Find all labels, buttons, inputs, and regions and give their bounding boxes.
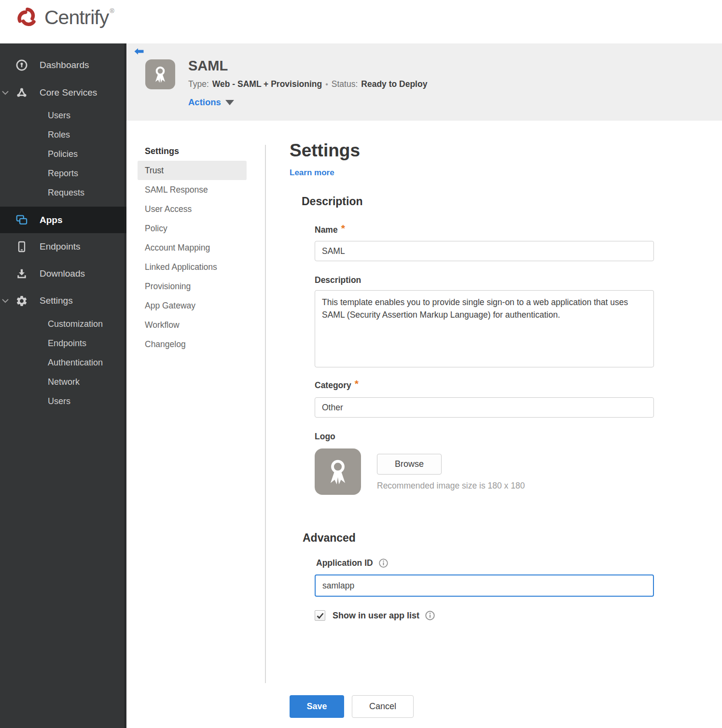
description-field[interactable]: This template enables you to provide sin… — [315, 290, 654, 367]
sidebar-item-settings-users[interactable]: Users — [0, 392, 126, 411]
sidebar-item-reports[interactable]: Reports — [0, 164, 126, 183]
vertical-divider — [265, 145, 266, 683]
sidebar: Dashboards Core Services Users Roles Pol… — [0, 43, 126, 728]
description-label: Description — [315, 275, 361, 285]
subnav-item-user-access[interactable]: User Access — [138, 199, 247, 219]
sidebar-item-label: Roles — [48, 130, 70, 140]
subnav-item-linked-applications[interactable]: Linked Applications — [138, 257, 247, 277]
status-badge: Ready to Deploy — [361, 79, 427, 89]
chevron-down-icon — [2, 91, 10, 95]
sidebar-item-label: Core Services — [40, 87, 97, 98]
sidebar-item-label: Dashboards — [40, 60, 89, 70]
sidebar-item-label: Reports — [48, 168, 78, 179]
subnav-item-saml-response[interactable]: SAML Response — [138, 180, 247, 199]
actions-label: Actions — [188, 97, 221, 108]
name-label: Name * — [315, 224, 345, 236]
download-icon — [15, 267, 28, 280]
sidebar-item-label: Endpoints — [40, 241, 81, 252]
sidebar-item-settings[interactable]: Settings — [0, 291, 126, 310]
info-icon[interactable] — [379, 559, 388, 568]
ribbon-icon — [322, 455, 354, 489]
gear-icon — [15, 294, 28, 307]
brand-name: Centrify — [44, 6, 109, 29]
subnav-item-workflow[interactable]: Workflow — [138, 315, 247, 335]
sidebar-item-downloads[interactable]: Downloads — [0, 264, 126, 283]
description-section-heading: Description — [302, 195, 363, 208]
subnav-item-trust[interactable]: Trust — [138, 161, 247, 180]
logo-label: Logo — [315, 432, 335, 442]
sidebar-item-label: Downloads — [40, 268, 85, 279]
sidebar-item-label: Users — [48, 111, 70, 121]
sidebar-item-label: Settings — [40, 295, 73, 306]
browse-button[interactable]: Browse — [377, 454, 442, 475]
chevron-down-icon — [2, 299, 10, 303]
sidebar-item-requests[interactable]: Requests — [0, 183, 126, 202]
sidebar-item-label: Policies — [48, 149, 78, 159]
subnav-item-policy[interactable]: Policy — [138, 219, 247, 238]
subnav-heading: Settings — [138, 141, 247, 161]
sidebar-item-endpoints[interactable]: Endpoints — [0, 237, 126, 256]
subnav-item-account-mapping[interactable]: Account Mapping — [138, 238, 247, 257]
sidebar-item-label: Customization — [48, 319, 103, 329]
app-header: SAML Type: Web - SAML + Provisioning • S… — [126, 43, 722, 121]
sidebar-item-network[interactable]: Network — [0, 372, 126, 392]
status-label: Status: — [332, 79, 358, 89]
subnav-item-changelog[interactable]: Changelog — [138, 335, 247, 354]
advanced-section-heading: Advanced — [303, 532, 356, 545]
learn-more-link[interactable]: Learn more — [290, 168, 334, 178]
app-logo-tile — [145, 59, 175, 89]
sidebar-item-label: Requests — [48, 188, 84, 198]
ribbon-icon — [150, 63, 171, 85]
sidebar-item-label: Users — [48, 396, 70, 406]
app-title: SAML — [188, 58, 427, 74]
settings-subnav: Settings Trust SAML Response User Access… — [138, 141, 247, 354]
sidebar-item-label: Apps — [40, 215, 63, 225]
name-field[interactable] — [315, 241, 654, 261]
category-field[interactable] — [315, 397, 654, 418]
sidebar-item-policies[interactable]: Policies — [0, 144, 126, 164]
subnav-item-app-gateway[interactable]: App Gateway — [138, 296, 247, 315]
brand-logo: Centrify ® — [14, 3, 114, 32]
info-icon[interactable] — [425, 611, 435, 620]
page-title: Settings — [290, 140, 360, 161]
logo-preview-tile — [315, 448, 361, 495]
application-id-field[interactable] — [315, 574, 654, 597]
smartphone-icon — [15, 240, 28, 253]
sidebar-item-label: Authentication — [48, 358, 103, 368]
sidebar-item-authentication[interactable]: Authentication — [0, 353, 126, 372]
sidebar-item-apps[interactable]: Apps — [0, 207, 126, 233]
required-asterisk: * — [355, 378, 359, 390]
dropdown-triangle-icon — [225, 100, 234, 105]
checkmark-icon — [317, 613, 324, 619]
cancel-button[interactable]: Cancel — [352, 695, 414, 718]
top-bar: Centrify ® — [0, 0, 722, 43]
required-asterisk: * — [341, 223, 345, 234]
brand-trademark: ® — [110, 7, 114, 14]
separator-dot: • — [325, 80, 328, 89]
core-services-icon — [15, 86, 28, 99]
centrify-swirl-icon — [14, 3, 41, 32]
sidebar-item-users[interactable]: Users — [0, 106, 126, 125]
sidebar-item-settings-endpoints[interactable]: Endpoints — [0, 334, 126, 353]
show-in-app-list-label: Show in user app list — [333, 611, 419, 621]
category-label: Category * — [315, 379, 359, 391]
apps-icon — [15, 214, 28, 226]
sidebar-item-dashboards[interactable]: Dashboards — [0, 56, 126, 75]
application-id-label: Application ID — [316, 558, 388, 568]
sidebar-item-core-services[interactable]: Core Services — [0, 83, 126, 102]
show-in-app-list-row: Show in user app list — [315, 610, 435, 621]
sidebar-item-roles[interactable]: Roles — [0, 125, 126, 144]
back-arrow-icon[interactable] — [134, 48, 144, 57]
show-in-app-list-checkbox[interactable] — [315, 610, 325, 621]
sidebar-item-label: Endpoints — [48, 338, 86, 349]
type-value: Web - SAML + Provisioning — [212, 79, 322, 89]
gauge-icon — [15, 59, 28, 71]
sidebar-item-customization[interactable]: Customization — [0, 314, 126, 334]
subnav-item-provisioning[interactable]: Provisioning — [138, 277, 247, 296]
sidebar-item-label: Network — [48, 377, 80, 387]
recommended-size-text: Recommended image size is 180 x 180 — [377, 481, 525, 491]
save-button[interactable]: Save — [290, 695, 344, 718]
form-footer: Save Cancel — [290, 695, 414, 718]
type-label: Type: — [188, 79, 209, 89]
actions-dropdown[interactable]: Actions — [188, 97, 427, 108]
